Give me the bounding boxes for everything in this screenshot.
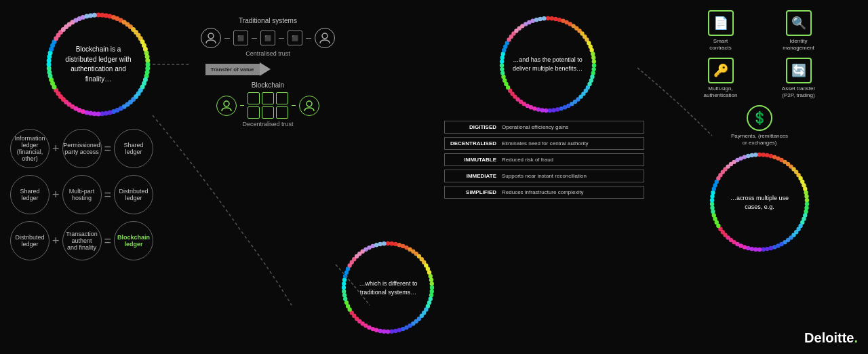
svg-point-135 bbox=[343, 297, 347, 301]
conn-line-2 bbox=[252, 38, 257, 39]
use-case-label: Multi-sign, authentication bbox=[704, 85, 738, 100]
blockchain-ring-top: Blockchain is a distributed ledger with … bbox=[44, 10, 153, 119]
eq3-b: Transaction authent and finality bbox=[62, 221, 102, 260]
benefit-row: IMMUTABLEReduced risk of fraud bbox=[444, 153, 644, 166]
svg-point-268 bbox=[765, 247, 769, 251]
svg-point-192 bbox=[551, 108, 555, 112]
svg-point-104 bbox=[429, 293, 433, 297]
svg-point-266 bbox=[772, 245, 776, 250]
equations-container: Information ledger (financial, other) + … bbox=[10, 129, 193, 260]
svg-point-211 bbox=[500, 67, 504, 71]
svg-point-119 bbox=[389, 330, 393, 334]
benefit-value: Eliminates need for central authority bbox=[502, 140, 589, 146]
svg-point-271 bbox=[753, 248, 757, 252]
transfer-arrow-icon bbox=[260, 62, 271, 76]
left-section: Blockchain is a distributed ledger with … bbox=[0, 0, 200, 354]
deloitte-name: Deloitte bbox=[804, 330, 854, 345]
svg-point-232 bbox=[761, 153, 765, 157]
svg-point-253 bbox=[804, 210, 808, 214]
use-case-icon-5: 💲 bbox=[747, 105, 772, 131]
eq2-a: Shared ledger bbox=[10, 175, 50, 214]
svg-point-195 bbox=[540, 108, 544, 112]
svg-point-98 bbox=[427, 271, 431, 275]
svg-point-210 bbox=[500, 71, 505, 75]
svg-point-175 bbox=[591, 63, 595, 67]
svg-point-305 bbox=[742, 155, 746, 159]
svg-point-80 bbox=[208, 33, 214, 39]
different-ring-text: …which is different to traditional syste… bbox=[355, 279, 422, 296]
svg-point-208 bbox=[502, 79, 507, 83]
svg-point-136 bbox=[342, 293, 347, 297]
eq2-op: + bbox=[52, 188, 60, 202]
svg-point-228 bbox=[534, 18, 538, 22]
eq2-c: Distributed ledger bbox=[114, 175, 153, 214]
svg-point-194 bbox=[543, 109, 547, 113]
deloitte-logo: Deloitte. bbox=[804, 330, 858, 346]
svg-point-172 bbox=[591, 52, 595, 56]
svg-point-209 bbox=[501, 75, 505, 79]
svg-point-83 bbox=[307, 101, 312, 106]
svg-point-193 bbox=[547, 109, 551, 113]
use-case-item: 🔄Asset transfer (P2P, trading) bbox=[766, 58, 831, 100]
svg-point-103 bbox=[430, 289, 434, 293]
eq3-a: Distributed ledger bbox=[10, 221, 50, 260]
use-case-item-5: 💲Payments, (remittances or exchanges) bbox=[731, 105, 788, 147]
svg-point-213 bbox=[499, 60, 503, 64]
svg-point-116 bbox=[401, 327, 405, 331]
eq3-op: + bbox=[52, 234, 60, 248]
bc-mesh bbox=[248, 92, 288, 119]
conn-line-3 bbox=[279, 38, 284, 39]
svg-point-215 bbox=[500, 52, 505, 56]
use-case-icon-box: 🔍 bbox=[786, 10, 812, 36]
svg-point-286 bbox=[711, 214, 715, 218]
svg-point-306 bbox=[746, 154, 750, 158]
page-layout: Blockchain is a distributed ledger with … bbox=[0, 0, 868, 354]
svg-point-308 bbox=[753, 153, 757, 157]
benefits-ring: …and has the potential to deliver multip… bbox=[497, 14, 599, 115]
svg-point-251 bbox=[804, 202, 808, 206]
svg-point-252 bbox=[804, 206, 808, 210]
svg-point-105 bbox=[429, 297, 433, 301]
svg-point-87 bbox=[397, 243, 401, 247]
benefit-key: IMMEDIATE bbox=[449, 173, 496, 179]
svg-point-81 bbox=[322, 33, 328, 39]
eq-row-2: Shared ledger + Multi-part hosting = Dis… bbox=[10, 175, 193, 214]
traditional-systems-label: Traditional systems bbox=[239, 17, 297, 24]
svg-point-212 bbox=[499, 63, 503, 67]
eq1-b: Permissioned party access bbox=[62, 129, 102, 168]
svg-point-269 bbox=[761, 248, 765, 252]
bc-conn-1 bbox=[240, 105, 244, 106]
decentralised-label: Decentralised trust bbox=[242, 121, 293, 127]
bc-person-2 bbox=[299, 96, 319, 116]
benefit-row: SIMPLIFIEDReduces infrastructure complex… bbox=[444, 186, 644, 199]
use-case-icon-box: 🔑 bbox=[708, 58, 734, 83]
blockchain-nodes bbox=[216, 92, 319, 119]
benefit-value: Reduced risk of fraud bbox=[502, 157, 553, 163]
svg-point-190 bbox=[559, 106, 563, 111]
svg-point-230 bbox=[542, 16, 546, 20]
benefit-key: SIMPLIFIED bbox=[449, 189, 496, 195]
benefits-ring-text: …and has the potential to deliver multip… bbox=[511, 56, 585, 73]
use-case-label: Identity management bbox=[783, 38, 814, 52]
node-person-1 bbox=[201, 28, 221, 48]
svg-point-176 bbox=[591, 67, 595, 71]
svg-point-288 bbox=[710, 206, 714, 210]
conn-line-1 bbox=[224, 38, 230, 39]
svg-point-250 bbox=[804, 198, 808, 202]
central-node-1: ⬛ bbox=[233, 31, 248, 45]
benefit-value: Reduces infrastructure complexity bbox=[502, 189, 584, 195]
bc-person-1 bbox=[216, 96, 237, 116]
svg-point-289 bbox=[709, 202, 713, 206]
benefits-list: DIGITISEDOperational efficiency gainsDEC… bbox=[444, 121, 644, 199]
eq1-op: + bbox=[52, 142, 60, 156]
use-case-item: 🔑Multi-sign, authentication bbox=[688, 58, 753, 100]
use-case-label: Asset transfer (P2P, trading) bbox=[782, 85, 815, 100]
svg-point-117 bbox=[397, 328, 401, 332]
svg-point-157 bbox=[549, 16, 553, 20]
svg-point-152 bbox=[371, 244, 375, 248]
benefit-key: DIGITISED bbox=[449, 124, 496, 130]
svg-point-307 bbox=[749, 153, 753, 157]
svg-point-173 bbox=[591, 56, 595, 60]
svg-point-118 bbox=[393, 329, 397, 333]
svg-point-178 bbox=[590, 75, 594, 79]
